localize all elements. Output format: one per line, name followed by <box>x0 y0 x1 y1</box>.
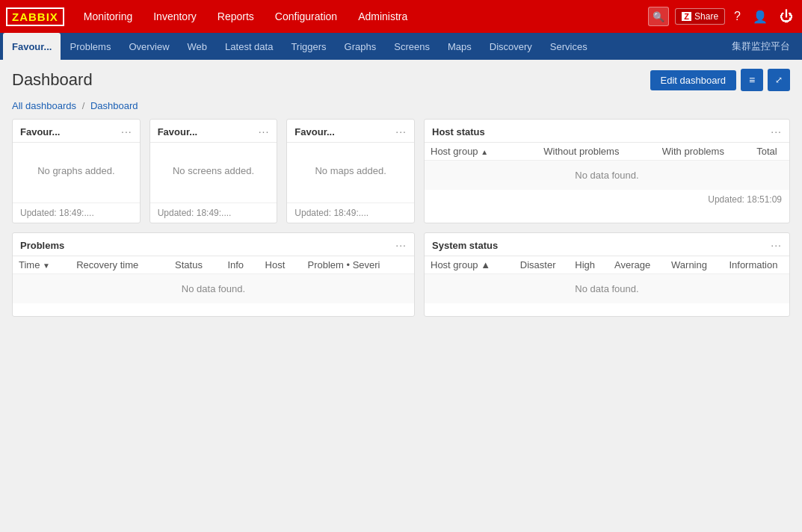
host-status-col-without-problems[interactable]: Without problems <box>521 143 642 161</box>
host-status-widget: Host status ··· Host group ▲ Without pro… <box>424 119 790 223</box>
nav-web[interactable]: Web <box>179 33 217 60</box>
nav-dashboard[interactable]: Favour... <box>3 33 61 60</box>
share-button[interactable]: Z Share <box>675 8 725 25</box>
favour-widget-2-header: Favour... ··· <box>150 120 277 143</box>
page-header: Dashboard Edit dashboard ≡ ⤢ <box>0 60 802 97</box>
favour-widget-1: Favour... ··· No graphs added. Updated: … <box>12 119 141 223</box>
search-icon: 🔍 <box>653 11 664 22</box>
nav-maps[interactable]: Maps <box>439 33 481 60</box>
host-status-no-data-row: No data found. <box>425 161 789 191</box>
host-group-sort-icon: ▲ <box>481 148 488 156</box>
nav-reports[interactable]: Reports <box>207 0 265 33</box>
logo-text: ABBIX <box>19 10 58 23</box>
system-status-col-disaster[interactable]: Disaster <box>510 256 566 274</box>
nav-discovery-label: Discovery <box>490 41 532 52</box>
dashboard-left: Favour... ··· No graphs added. Updated: … <box>12 119 415 317</box>
problems-col-status[interactable]: Status <box>169 256 221 274</box>
hamburger-icon: ≡ <box>749 74 755 86</box>
second-nav: Favour... Problems Overview Web Latest d… <box>0 33 802 60</box>
system-status-col-warning[interactable]: Warning <box>661 256 718 274</box>
problems-col-info[interactable]: Info <box>221 256 259 274</box>
search-button[interactable]: 🔍 <box>648 7 669 26</box>
share-z-icon: Z <box>682 12 691 21</box>
host-status-menu[interactable]: ··· <box>771 126 782 137</box>
help-icon[interactable]: ? <box>731 10 744 23</box>
system-status-col-average[interactable]: Average <box>604 256 661 274</box>
logo[interactable]: ZABBIX <box>6 7 64 26</box>
nav-problems[interactable]: Problems <box>61 33 120 60</box>
system-status-no-data-row: No data found. <box>425 274 789 304</box>
nav-latest-data[interactable]: Latest data <box>216 33 282 60</box>
problems-col-recovery-time[interactable]: Recovery time <box>70 256 169 274</box>
host-status-col-with-problems[interactable]: With problems <box>642 143 744 161</box>
nav-latest-data-label: Latest data <box>225 41 273 52</box>
breadcrumb-all-dashboards[interactable]: All dashboards <box>12 100 76 111</box>
favour-widget-1-header: Favour... ··· <box>13 120 140 143</box>
favour-widget-3-no-data: No maps added. <box>294 150 407 191</box>
host-status-title: Host status <box>432 126 485 137</box>
favour-widget-2-no-data: No screens added. <box>158 150 270 191</box>
favour-widget-1-footer: Updated: 18:49:.... <box>13 202 140 223</box>
favour-widget-2-menu[interactable]: ··· <box>259 126 270 137</box>
system-status-menu[interactable]: ··· <box>771 239 782 251</box>
favour-widget-1-body: No graphs added. <box>13 143 140 202</box>
problems-col-problem-severity[interactable]: Problem • Severi <box>301 256 414 274</box>
problems-col-time[interactable]: Time ▼ <box>13 256 70 274</box>
top-nav: ZABBIX Monitoring Inventory Reports Conf… <box>0 0 802 33</box>
system-status-table: Host group ▲ Disaster High Average Warni… <box>425 256 789 303</box>
system-status-col-host-group[interactable]: Host group ▲ <box>425 256 510 274</box>
host-status-col-total[interactable]: Total <box>744 143 789 161</box>
nav-graphs[interactable]: Graphs <box>336 33 386 60</box>
problems-widget-menu[interactable]: ··· <box>395 239 407 251</box>
favour-widget-3-header: Favour... ··· <box>287 120 414 143</box>
nav-screens-label: Screens <box>394 41 430 52</box>
nav-triggers-label: Triggers <box>291 41 326 52</box>
nav-problems-label: Problems <box>70 41 111 52</box>
problems-col-host[interactable]: Host <box>259 256 302 274</box>
nav-overview[interactable]: Overview <box>120 33 178 60</box>
system-status-body: Host group ▲ Disaster High Average Warni… <box>425 256 789 316</box>
favour-widget-1-no-data: No graphs added. <box>20 150 132 191</box>
nav-graphs-label: Graphs <box>345 41 377 52</box>
favour-widget-2-body: No screens added. <box>150 143 277 202</box>
problems-table: Time ▼ Recovery time Status Info Host Pr… <box>13 256 414 303</box>
favour-row: Favour... ··· No graphs added. Updated: … <box>12 119 415 223</box>
edit-dashboard-button[interactable]: Edit dashboard <box>650 70 736 90</box>
nav-triggers[interactable]: Triggers <box>282 33 335 60</box>
nav-screens[interactable]: Screens <box>385 33 439 60</box>
power-icon[interactable]: ⏻ <box>777 9 796 25</box>
favour-widget-1-title: Favour... <box>20 126 60 137</box>
favour-widget-1-menu[interactable]: ··· <box>121 126 132 137</box>
top-nav-right: 🔍 Z Share ? 👤 ⏻ <box>648 7 796 26</box>
favour-widget-2-footer: Updated: 18:49:.... <box>150 202 277 223</box>
favour-widget-2-title: Favour... <box>158 126 197 137</box>
favour-widget-3-menu[interactable]: ··· <box>395 126 407 137</box>
user-icon[interactable]: 👤 <box>750 10 771 24</box>
nav-administration[interactable]: Administra <box>348 0 418 33</box>
nav-configuration[interactable]: Configuration <box>265 0 348 33</box>
problems-widget-header: Problems ··· <box>13 233 414 256</box>
logo-accent: Z <box>12 10 19 23</box>
dashboard-right: Host status ··· Host group ▲ Without pro… <box>424 119 790 317</box>
problems-widget-title: Problems <box>20 240 64 251</box>
nav-discovery[interactable]: Discovery <box>481 33 541 60</box>
nav-services[interactable]: Services <box>541 33 596 60</box>
system-status-no-data: No data found. <box>425 274 789 304</box>
host-status-updated: Updated: 18:51:09 <box>425 190 789 209</box>
favour-widget-3-footer: Updated: 18:49:.... <box>287 202 414 223</box>
menu-icon-button[interactable]: ≡ <box>741 69 763 91</box>
system-status-col-information[interactable]: Information <box>718 256 789 274</box>
favour-widget-2: Favour... ··· No screens added. Updated:… <box>149 119 278 223</box>
dashboard-container: Favour... ··· No graphs added. Updated: … <box>0 119 802 329</box>
system-status-col-high[interactable]: High <box>566 256 604 274</box>
host-status-col-host-group[interactable]: Host group ▲ <box>425 143 521 161</box>
host-status-header: Host status ··· <box>425 120 789 143</box>
problems-widget-body: Time ▼ Recovery time Status Info Host Pr… <box>13 256 414 316</box>
expand-icon-button[interactable]: ⤢ <box>768 69 790 91</box>
page-title: Dashboard <box>12 70 93 90</box>
breadcrumb: All dashboards / Dashboard <box>0 97 802 119</box>
nav-inventory[interactable]: Inventory <box>143 0 207 33</box>
nav-monitoring[interactable]: Monitoring <box>73 0 143 33</box>
time-sort-icon: ▼ <box>43 262 50 270</box>
favour-widget-3: Favour... ··· No maps added. Updated: 18… <box>286 119 415 223</box>
